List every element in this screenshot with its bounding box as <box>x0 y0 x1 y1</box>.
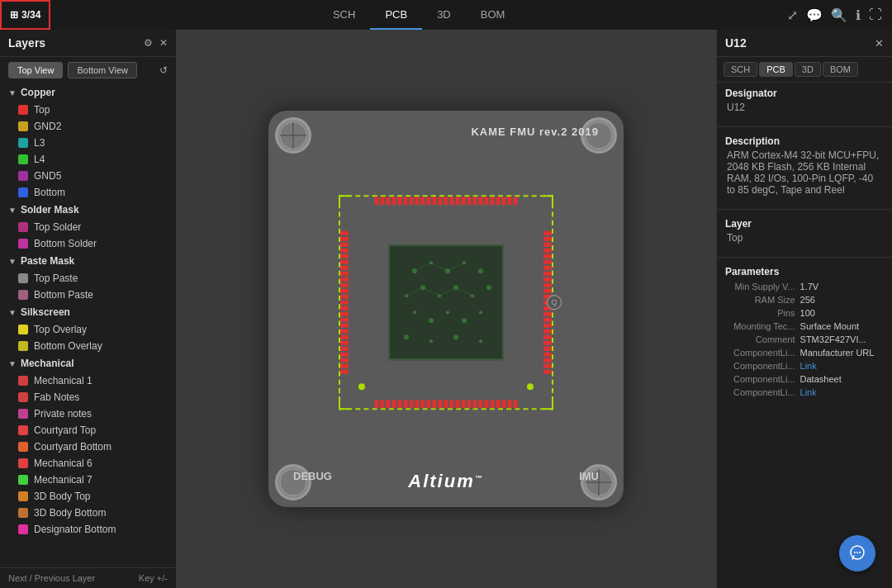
parameters-section: Parameters Min Supply V... 1.7V RAM Size… <box>717 261 892 404</box>
resize-icon[interactable]: ⤢ <box>787 7 798 23</box>
layer-designator-bottom[interactable]: Designator Bottom 👁 <box>0 521 176 538</box>
topbar-actions: ⤢ 💬 🔍 ℹ ⛶ <box>787 7 892 23</box>
param-value-3: Surface Mount <box>800 321 884 331</box>
layer-bottom[interactable]: Bottom 👁 <box>0 184 176 201</box>
selection-corner-tr <box>543 195 553 205</box>
param-label-3: Mounting Tec... <box>725 321 800 331</box>
param-value-2: 100 <box>800 308 884 318</box>
layers-icon: ⊞ <box>10 9 18 21</box>
courtyard-top-color <box>18 425 28 435</box>
layer-courtyard-top-label: Courtyard Top <box>34 424 153 436</box>
layer-top-solder[interactable]: Top Solder 👁 <box>0 219 176 235</box>
svg-point-9 <box>412 268 417 273</box>
rp-tab-3d[interactable]: 3D <box>795 62 821 77</box>
layer-3d-body-top-label: 3D Body Top <box>34 491 153 502</box>
silkscreen-group-label: Silkscreen <box>21 306 70 318</box>
rp-tab-sch[interactable]: SCH <box>724 62 757 77</box>
sidebar-header-icons: ⚙ ✕ <box>144 37 168 49</box>
help-icon[interactable]: ℹ <box>856 7 861 23</box>
param-label-5: ComponentLi... <box>725 348 800 358</box>
param-label-2: Pins <box>725 308 800 318</box>
layer-courtyard-bottom[interactable]: Courtyard Bottom 👁 <box>0 439 176 455</box>
selection-corner-br <box>543 400 553 410</box>
param-row-1: RAM Size 256 <box>725 293 884 306</box>
layer-bottom-solder[interactable]: Bottom Solder 👁 <box>0 235 176 252</box>
topbar: ⊞ 3/34 SCH PCB 3D BOM ⤢ 💬 🔍 ℹ ⛶ <box>0 0 892 30</box>
group-mechanical[interactable]: ▼ Mechanical <box>0 354 176 372</box>
sidebar: Layers ⚙ ✕ Top View Bottom View ↺ ▼ Copp… <box>0 30 176 588</box>
layer-bottom-solder-label: Bottom Solder <box>34 238 153 249</box>
close-icon[interactable]: ✕ <box>159 37 168 49</box>
tab-bom[interactable]: BOM <box>466 0 520 30</box>
pcb-board[interactable]: KAME FMU rev.2 2019 <box>268 111 624 507</box>
chat-icon[interactable]: 💬 <box>806 7 823 23</box>
param-row-4: Comment STM32F427VI... <box>725 333 884 346</box>
param-label-0: Min Supply V... <box>725 282 800 292</box>
group-silkscreen[interactable]: ▼ Silkscreen <box>0 303 176 321</box>
layer-bottom-paste[interactable]: Bottom Paste 👁 <box>0 287 176 303</box>
layer-mechanical-7[interactable]: Mechanical 7 👁 <box>0 472 176 488</box>
pads-bottom <box>375 400 518 408</box>
corner-circle-tl <box>275 117 311 154</box>
tab-sch[interactable]: SCH <box>318 0 370 30</box>
param-value-6[interactable]: Link <box>800 361 884 371</box>
layer-courtyard-top[interactable]: Courtyard Top 👁 <box>0 422 176 439</box>
layer-gnd5[interactable]: GND5 👁 <box>0 168 176 184</box>
layer-private-notes[interactable]: Private notes 👁 <box>0 405 176 422</box>
bottom-solder-color <box>18 239 28 249</box>
param-value-0: 1.7V <box>800 282 884 292</box>
layer-mechanical-1[interactable]: Mechanical 1 👁 <box>0 372 176 389</box>
group-solder-mask[interactable]: ▼ Solder Mask <box>0 201 176 219</box>
tab-3d[interactable]: 3D <box>422 0 466 30</box>
history-icon[interactable]: ↺ <box>159 64 168 76</box>
designator-section: Designator U12 <box>717 83 892 123</box>
group-copper[interactable]: ▼ Copper <box>0 83 176 102</box>
layer-l4[interactable]: L4 👁 <box>0 151 176 168</box>
close-panel-icon[interactable]: ✕ <box>875 37 884 50</box>
layer-mechanical-6[interactable]: Mechanical 6 👁 <box>0 455 176 472</box>
paste-arrow-icon: ▼ <box>8 257 17 266</box>
layer-badge[interactable]: ⊞ 3/34 <box>0 0 50 30</box>
q-marker: Q <box>547 295 562 310</box>
3d-bottom-color <box>18 508 28 518</box>
desig-bottom-color <box>18 524 28 534</box>
layer-3d-body-bottom[interactable]: 3D Body Bottom 👁 <box>0 505 176 521</box>
expand-icon[interactable]: ⛶ <box>869 7 882 22</box>
layer-fab-notes[interactable]: Fab Notes 👁 <box>0 389 176 405</box>
mech-arrow-icon: ▼ <box>8 359 17 368</box>
top-view-button[interactable]: Top View <box>8 62 63 78</box>
layer-gnd2[interactable]: GND2 👁 <box>0 118 176 135</box>
layer-private-notes-label: Private notes <box>34 408 153 420</box>
pcb-area: KAME FMU rev.2 2019 <box>176 30 716 588</box>
param-label-7: ComponentLi... <box>725 374 800 384</box>
layer-top[interactable]: Top 👁 <box>0 102 176 118</box>
l4-color <box>18 154 28 164</box>
layer-value: Top <box>725 232 884 244</box>
param-value-8[interactable]: Link <box>800 387 884 397</box>
layer-l3[interactable]: L3 👁 <box>0 135 176 151</box>
layer-l3-label: L3 <box>34 137 153 149</box>
mech1-color <box>18 376 28 386</box>
bottom-view-button[interactable]: Bottom View <box>68 62 137 78</box>
tab-pcb[interactable]: PCB <box>370 0 422 30</box>
layer-bottom-overlay[interactable]: Bottom Overlay 👁 <box>0 338 176 354</box>
layer-top-overlay[interactable]: Top Overlay 👁 <box>0 321 176 338</box>
ic-chip <box>388 244 504 360</box>
paste-mask-group-label: Paste Mask <box>21 255 74 267</box>
pcb-imu-label: IMU <box>579 470 599 482</box>
layer-designator-bottom-label: Designator Bottom <box>34 524 153 535</box>
support-chat-button[interactable] <box>839 535 875 571</box>
param-value-7: Datasheet <box>800 374 884 384</box>
layer-l4-label: L4 <box>34 154 153 165</box>
layer-mechanical-1-label: Mechanical 1 <box>34 375 153 386</box>
search-icon[interactable]: 🔍 <box>831 7 847 23</box>
param-value-1: 256 <box>800 295 884 305</box>
settings-icon[interactable]: ⚙ <box>144 37 153 49</box>
rp-tab-pcb[interactable]: PCB <box>759 62 793 77</box>
layer-bottom-paste-label: Bottom Paste <box>34 289 153 301</box>
layer-top-paste[interactable]: Top Paste 👁 <box>0 270 176 287</box>
rp-tab-bom[interactable]: BOM <box>823 62 858 77</box>
layer-3d-body-top[interactable]: 3D Body Top 👁 <box>0 488 176 505</box>
svg-point-16 <box>438 294 441 297</box>
group-paste-mask[interactable]: ▼ Paste Mask <box>0 252 176 270</box>
